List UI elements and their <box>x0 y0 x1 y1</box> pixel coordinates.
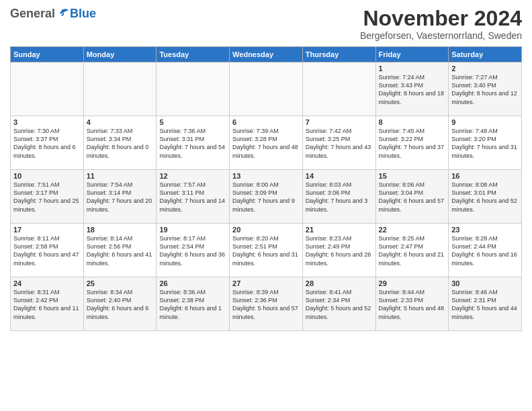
calendar-cell-w0-d2 <box>157 62 230 116</box>
calendar-cell-w1-d5: 8Sunrise: 7:45 AM Sunset: 3:22 PM Daylig… <box>375 116 449 170</box>
day-number: 30 <box>451 279 519 287</box>
logo-text: General Blue <box>10 7 96 21</box>
day-number: 1 <box>379 64 446 73</box>
day-info: Sunrise: 8:34 AM Sunset: 2:40 PM Dayligh… <box>87 288 154 321</box>
calendar: Sunday Monday Tuesday Wednesday Thursday… <box>10 46 522 331</box>
day-info: Sunrise: 7:51 AM Sunset: 3:17 PM Dayligh… <box>13 181 81 214</box>
header-wednesday: Wednesday <box>230 47 303 62</box>
header-sunday: Sunday <box>11 47 84 62</box>
week-row-4: 24Sunrise: 8:31 AM Sunset: 2:42 PM Dayli… <box>11 277 522 331</box>
day-number: 21 <box>306 226 373 234</box>
day-info: Sunrise: 7:48 AM Sunset: 3:20 PM Dayligh… <box>451 127 519 160</box>
calendar-cell-w4-d1: 25Sunrise: 8:34 AM Sunset: 2:40 PM Dayli… <box>83 277 157 331</box>
day-number: 23 <box>451 226 519 234</box>
logo-blue: Blue <box>70 7 96 21</box>
header-tuesday: Tuesday <box>157 47 230 62</box>
day-number: 5 <box>159 118 226 126</box>
day-number: 10 <box>13 172 81 180</box>
day-number: 8 <box>379 118 446 126</box>
calendar-cell-w2-d1: 11Sunrise: 7:54 AM Sunset: 3:14 PM Dayli… <box>83 170 157 224</box>
calendar-cell-w4-d6: 30Sunrise: 8:46 AM Sunset: 2:31 PM Dayli… <box>449 277 522 331</box>
day-info: Sunrise: 8:28 AM Sunset: 2:44 PM Dayligh… <box>451 234 519 267</box>
calendar-cell-w1-d1: 4Sunrise: 7:33 AM Sunset: 3:34 PM Daylig… <box>83 116 157 170</box>
day-info: Sunrise: 8:31 AM Sunset: 2:42 PM Dayligh… <box>13 288 81 321</box>
day-info: Sunrise: 8:03 AM Sunset: 3:06 PM Dayligh… <box>306 181 373 214</box>
day-number: 14 <box>306 172 373 180</box>
calendar-cell-w1-d0: 3Sunrise: 7:30 AM Sunset: 3:37 PM Daylig… <box>11 116 84 170</box>
day-number: 12 <box>159 172 226 180</box>
calendar-cell-w3-d1: 18Sunrise: 8:14 AM Sunset: 2:56 PM Dayli… <box>83 224 157 277</box>
calendar-cell-w0-d1 <box>83 62 157 116</box>
logo: General Blue <box>10 7 96 21</box>
header-saturday: Saturday <box>449 47 522 62</box>
day-info: Sunrise: 8:25 AM Sunset: 2:47 PM Dayligh… <box>379 234 446 267</box>
header-monday: Monday <box>83 47 157 62</box>
day-info: Sunrise: 8:20 AM Sunset: 2:51 PM Dayligh… <box>232 234 300 267</box>
calendar-cell-w4-d0: 24Sunrise: 8:31 AM Sunset: 2:42 PM Dayli… <box>11 277 84 331</box>
calendar-cell-w3-d2: 19Sunrise: 8:17 AM Sunset: 2:54 PM Dayli… <box>157 224 230 277</box>
week-row-3: 17Sunrise: 8:11 AM Sunset: 2:58 PM Dayli… <box>11 224 522 277</box>
day-info: Sunrise: 7:33 AM Sunset: 3:34 PM Dayligh… <box>87 127 154 160</box>
location: Bergeforsen, Vaesternorrland, Sweden <box>360 30 522 41</box>
day-info: Sunrise: 8:06 AM Sunset: 3:04 PM Dayligh… <box>379 181 446 214</box>
day-info: Sunrise: 8:08 AM Sunset: 3:01 PM Dayligh… <box>451 181 519 214</box>
weekday-header-row: Sunday Monday Tuesday Wednesday Thursday… <box>11 47 522 62</box>
day-number: 16 <box>451 172 519 180</box>
day-info: Sunrise: 8:23 AM Sunset: 2:49 PM Dayligh… <box>306 234 373 267</box>
calendar-cell-w1-d6: 9Sunrise: 7:48 AM Sunset: 3:20 PM Daylig… <box>449 116 522 170</box>
calendar-cell-w0-d6: 2Sunrise: 7:27 AM Sunset: 3:40 PM Daylig… <box>449 62 522 116</box>
day-info: Sunrise: 8:00 AM Sunset: 3:09 PM Dayligh… <box>232 181 300 214</box>
day-number: 13 <box>232 172 300 180</box>
calendar-cell-w4-d5: 29Sunrise: 8:44 AM Sunset: 2:33 PM Dayli… <box>375 277 449 331</box>
calendar-cell-w1-d2: 5Sunrise: 7:36 AM Sunset: 3:31 PM Daylig… <box>157 116 230 170</box>
calendar-cell-w2-d3: 13Sunrise: 8:00 AM Sunset: 3:09 PM Dayli… <box>230 170 303 224</box>
day-number: 11 <box>87 172 154 180</box>
calendar-cell-w0-d5: 1Sunrise: 7:24 AM Sunset: 3:43 PM Daylig… <box>375 62 449 116</box>
day-info: Sunrise: 7:39 AM Sunset: 3:28 PM Dayligh… <box>232 127 300 160</box>
calendar-cell-w1-d4: 7Sunrise: 7:42 AM Sunset: 3:25 PM Daylig… <box>302 116 375 170</box>
calendar-cell-w3-d5: 22Sunrise: 8:25 AM Sunset: 2:47 PM Dayli… <box>375 224 449 277</box>
day-info: Sunrise: 7:45 AM Sunset: 3:22 PM Dayligh… <box>379 127 446 160</box>
month-title: November 2024 <box>360 7 522 30</box>
calendar-cell-w2-d6: 16Sunrise: 8:08 AM Sunset: 3:01 PM Dayli… <box>449 170 522 224</box>
day-info: Sunrise: 8:14 AM Sunset: 2:56 PM Dayligh… <box>87 234 154 267</box>
day-number: 26 <box>159 279 226 287</box>
week-row-1: 3Sunrise: 7:30 AM Sunset: 3:37 PM Daylig… <box>11 116 522 170</box>
day-number: 2 <box>451 64 519 73</box>
day-info: Sunrise: 8:44 AM Sunset: 2:33 PM Dayligh… <box>379 288 446 321</box>
day-info: Sunrise: 7:57 AM Sunset: 3:11 PM Dayligh… <box>159 181 226 214</box>
calendar-cell-w3-d3: 20Sunrise: 8:20 AM Sunset: 2:51 PM Dayli… <box>230 224 303 277</box>
week-row-2: 10Sunrise: 7:51 AM Sunset: 3:17 PM Dayli… <box>11 170 522 224</box>
day-number: 25 <box>87 279 154 287</box>
day-number: 17 <box>13 226 81 234</box>
day-info: Sunrise: 7:42 AM Sunset: 3:25 PM Dayligh… <box>306 127 373 160</box>
day-info: Sunrise: 7:30 AM Sunset: 3:37 PM Dayligh… <box>13 127 81 160</box>
title-section: November 2024 Bergeforsen, Vaesternorrla… <box>360 7 522 41</box>
calendar-cell-w2-d5: 15Sunrise: 8:06 AM Sunset: 3:04 PM Dayli… <box>375 170 449 224</box>
day-number: 3 <box>13 118 81 126</box>
day-info: Sunrise: 7:54 AM Sunset: 3:14 PM Dayligh… <box>87 181 154 214</box>
calendar-cell-w3-d0: 17Sunrise: 8:11 AM Sunset: 2:58 PM Dayli… <box>11 224 84 277</box>
calendar-cell-w2-d0: 10Sunrise: 7:51 AM Sunset: 3:17 PM Dayli… <box>11 170 84 224</box>
calendar-cell-w4-d3: 27Sunrise: 8:39 AM Sunset: 2:36 PM Dayli… <box>230 277 303 331</box>
page: General Blue November 2024 Bergeforsen, … <box>0 0 532 411</box>
calendar-cell-w1-d3: 6Sunrise: 7:39 AM Sunset: 3:28 PM Daylig… <box>230 116 303 170</box>
day-info: Sunrise: 7:36 AM Sunset: 3:31 PM Dayligh… <box>159 127 226 160</box>
calendar-cell-w0-d0 <box>11 62 84 116</box>
day-number: 24 <box>13 279 81 287</box>
header-thursday: Thursday <box>302 47 375 62</box>
calendar-cell-w0-d4 <box>302 62 375 116</box>
day-number: 4 <box>87 118 154 126</box>
day-number: 28 <box>306 279 373 287</box>
day-info: Sunrise: 8:17 AM Sunset: 2:54 PM Dayligh… <box>159 234 226 267</box>
day-number: 27 <box>232 279 300 287</box>
day-number: 9 <box>451 118 519 126</box>
day-info: Sunrise: 7:27 AM Sunset: 3:40 PM Dayligh… <box>451 73 519 106</box>
day-info: Sunrise: 7:24 AM Sunset: 3:43 PM Dayligh… <box>379 73 446 106</box>
calendar-cell-w4-d4: 28Sunrise: 8:41 AM Sunset: 2:34 PM Dayli… <box>302 277 375 331</box>
day-info: Sunrise: 8:39 AM Sunset: 2:36 PM Dayligh… <box>232 288 300 321</box>
day-info: Sunrise: 8:46 AM Sunset: 2:31 PM Dayligh… <box>451 288 519 321</box>
header-friday: Friday <box>375 47 449 62</box>
day-number: 19 <box>159 226 226 234</box>
day-number: 22 <box>379 226 446 234</box>
